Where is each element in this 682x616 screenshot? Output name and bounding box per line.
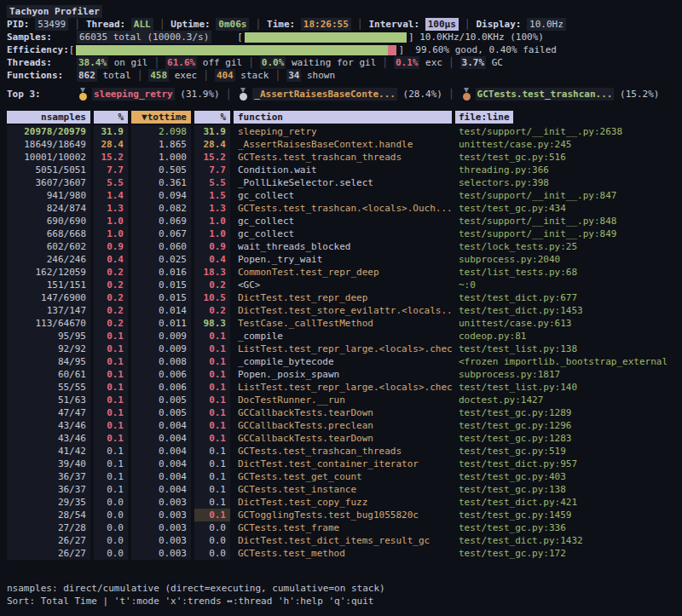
column-header-tottime-sorted[interactable]: ▼tottime [131, 111, 191, 124]
table-row[interactable]: 95/950.10.0090.1_compilecodeop.py:81 [7, 330, 675, 343]
table-row[interactable]: 10001/1000215.21.00015.2GCTests.test_tra… [7, 151, 675, 164]
cell-fn: GCCallbackTests.tearDown [234, 406, 452, 419]
cell-p2: 0.4 [194, 253, 230, 266]
cell-p1: 0.0 [94, 496, 128, 509]
cell-p2: 0.1 [194, 419, 230, 432]
efficiency-good-segment [76, 45, 388, 55]
cell-fl: test/test_gc.py:138 [455, 483, 675, 496]
cell-p1: 0.1 [94, 470, 128, 483]
table-row[interactable]: 55/550.10.0060.1ListTest.test_repr_large… [7, 381, 675, 394]
column-header-direct-pct[interactable]: % [94, 111, 128, 124]
cell-fl: test/test_gc.py:336 [455, 521, 675, 534]
functions-items: 862 total│458 exec│404 stack│34 shown [77, 69, 335, 82]
column-header-nsamples[interactable]: nsamples [7, 111, 90, 124]
threads-stat-label: GC [486, 56, 503, 69]
cell-p2: 10.5 [194, 291, 230, 304]
cell-ns: 147/6900 [7, 291, 90, 304]
app-title: Tachyon Profiler [7, 5, 102, 18]
cell-p2: 7.7 [194, 164, 230, 176]
cell-ns: 28/54 [7, 509, 90, 521]
table-row[interactable]: 43/460.10.0040.1GCCallbackTests.tearDown… [7, 432, 675, 445]
table-row[interactable]: 43/460.10.0040.1GCCallbackTests.preclean… [7, 419, 675, 432]
table-header: nsamples % ▼tottime % function file:line [7, 111, 675, 124]
table-row[interactable]: 41/420.10.0040.1GCTests.test_trashcan_th… [7, 445, 675, 458]
top-function-name[interactable]: sleeping_retry [92, 88, 175, 101]
cell-fn: Popen._posix_spawn [234, 368, 452, 381]
cell-fn: GCTests.test_trashcan_threads [234, 445, 452, 458]
column-header-function[interactable]: function [234, 111, 452, 124]
table-row[interactable]: 151/1510.20.0150.2<GC>~:0 [7, 279, 675, 291]
cell-tt: 0.004 [131, 470, 191, 483]
cell-p2: 0.1 [194, 509, 230, 521]
table-row[interactable]: 18649/1864928.41.86528.4_AssertRaisesBas… [7, 138, 675, 151]
cell-p2: 0.1 [194, 381, 230, 394]
tachyon-profiler-window: Tachyon Profiler PID: 53499 │ Thread: AL… [0, 0, 682, 616]
table-row[interactable]: 60/610.10.0060.1Popen._posix_spawnsubpro… [7, 368, 675, 381]
table-row[interactable]: 92/920.10.0090.1ListTest.test_repr_large… [7, 343, 675, 355]
table-row[interactable]: 941/9801.40.0941.5gc_collecttest/support… [7, 189, 675, 202]
bar-close-bracket: ] [408, 31, 414, 43]
threads-stat-label: waiting for gil [286, 56, 376, 69]
table-row[interactable]: 26/270.00.0030.0GCTests.test_methodtest/… [7, 547, 675, 560]
profile-table-body: 20978/2097931.92.09831.9sleeping_retryte… [7, 125, 675, 560]
table-row[interactable]: 26/270.00.0030.0DictTest.test_dict_items… [7, 534, 675, 547]
table-row[interactable]: 36/370.10.0040.1GCTests.test_instancetes… [7, 483, 675, 496]
efficiency-bar [76, 45, 396, 55]
cell-tt: 0.003 [131, 521, 191, 534]
table-row[interactable]: 162/120590.20.01618.3CommonTest.test_rep… [7, 266, 675, 279]
cell-fl: test/test_dict.py:1453 [455, 304, 675, 317]
efficiency-failed-segment [388, 45, 396, 55]
pid-label: PID: [7, 18, 30, 31]
cell-p1: 31.9 [94, 125, 128, 138]
table-row[interactable]: 27/280.00.0030.0GCTests.test_frametest/t… [7, 521, 675, 534]
cell-fl: selectors.py:398 [455, 176, 675, 189]
table-row[interactable]: 51/630.10.0050.1DocTestRunner.__rundocte… [7, 394, 675, 406]
divider: │ [275, 69, 281, 82]
table-row[interactable]: 690/6901.00.0691.0gc_collecttest/support… [7, 215, 675, 227]
efficiency-label: Efficiency: [7, 43, 69, 56]
cell-fn: GCTests.test_frame [234, 521, 452, 534]
divider: │ [153, 56, 159, 69]
table-row[interactable]: 28/540.00.0030.1GCTogglingTests.test_bug… [7, 509, 675, 521]
cell-fn: CommonTest.test_repr_deep [234, 266, 452, 279]
table-row[interactable]: 3607/36075.50.3615.5_PollLikeSelector.se… [7, 176, 675, 189]
divider: │ [382, 56, 388, 69]
threads-stat-value: 0.0% [260, 56, 286, 69]
table-row[interactable]: 84/950.10.0080.1_compile_bytecode<frozen… [7, 355, 675, 368]
cell-p2: 15.2 [194, 151, 230, 164]
table-row[interactable]: 36/370.10.0040.1GCTests.test_get_countte… [7, 470, 675, 483]
table-row[interactable]: 147/69000.20.01510.5DictTest.test_repr_d… [7, 291, 675, 304]
table-row[interactable]: 113/646700.20.01198.3TestCase._callTestM… [7, 317, 675, 330]
cell-fl: unittest/case.py:613 [455, 317, 675, 330]
table-row[interactable]: 137/1470.20.0140.2DictTest.test_store_ev… [7, 304, 675, 317]
cell-fn: GCTests.test_get_count [234, 470, 452, 483]
bar-close-bracket: ] [398, 43, 404, 56]
table-row[interactable]: 246/2460.40.0250.4Popen._try_waitsubproc… [7, 253, 675, 266]
cell-fl: unittest/case.py:245 [455, 138, 675, 151]
table-row[interactable]: 29/350.00.0030.1DictTest.test_copy_fuzzt… [7, 496, 675, 509]
cell-fl: test/lock_tests.py:25 [455, 240, 675, 253]
column-header-cumulative-pct[interactable]: % [194, 111, 230, 124]
cell-ns: 668/668 [7, 227, 90, 240]
cell-fl: subprocess.py:1817 [455, 368, 675, 381]
table-row[interactable]: 602/6020.90.0600.9wait_threads_blockedte… [7, 240, 675, 253]
table-row[interactable]: 824/8741.30.0821.3GCTests.test_trashcan.… [7, 202, 675, 215]
top-function-name[interactable]: _AssertRaisesBaseConte... [252, 88, 397, 101]
cell-tt: 1.865 [131, 138, 191, 151]
threads-stat-value: 3.7% [460, 56, 487, 69]
divider: │ [448, 56, 454, 69]
cell-p1: 0.0 [94, 534, 128, 547]
column-header-file-line[interactable]: file:line [455, 111, 513, 124]
top-function-name[interactable]: GCTests.test_trashcan... [476, 88, 615, 101]
cell-tt: 0.003 [131, 547, 191, 560]
table-row[interactable]: 47/470.10.0050.1GCCallbackTests.tearDown… [7, 406, 675, 419]
table-row[interactable]: 668/6681.00.0671.0gc_collecttest/support… [7, 227, 675, 240]
title-row: Tachyon Profiler [7, 5, 675, 18]
cell-p2: 0.1 [194, 496, 230, 509]
table-row[interactable]: 20978/2097931.92.09831.9sleeping_retryte… [7, 125, 675, 138]
cell-tt: 0.094 [131, 189, 191, 202]
thread-value[interactable]: ALL [131, 18, 153, 31]
table-row[interactable]: 5051/50517.70.5057.7Condition.waitthread… [7, 164, 675, 176]
table-row[interactable]: 39/400.10.0040.1DictTest.test_container_… [7, 458, 675, 470]
cell-tt: 0.014 [131, 304, 191, 317]
